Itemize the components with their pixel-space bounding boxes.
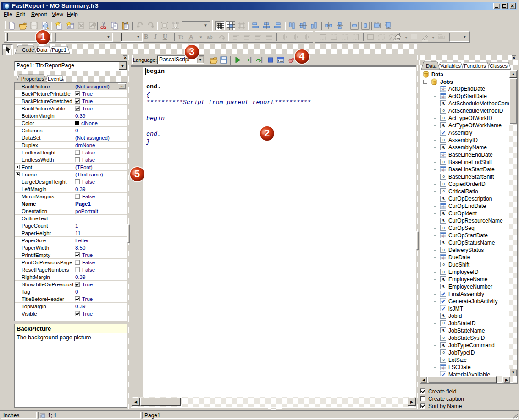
svg-text:Functions: Functions (464, 63, 486, 69)
svg-text:Code: Code (22, 47, 34, 53)
svg-text:Page1: Page1 (52, 47, 66, 53)
svg-text:Events: Events (48, 76, 63, 82)
svg-text:Classes: Classes (490, 63, 508, 69)
svg-text:Variables: Variables (440, 63, 461, 69)
svg-text:Data: Data (426, 63, 437, 69)
svg-text:Data: Data (37, 47, 48, 53)
svg-text:Properties: Properties (21, 76, 44, 82)
